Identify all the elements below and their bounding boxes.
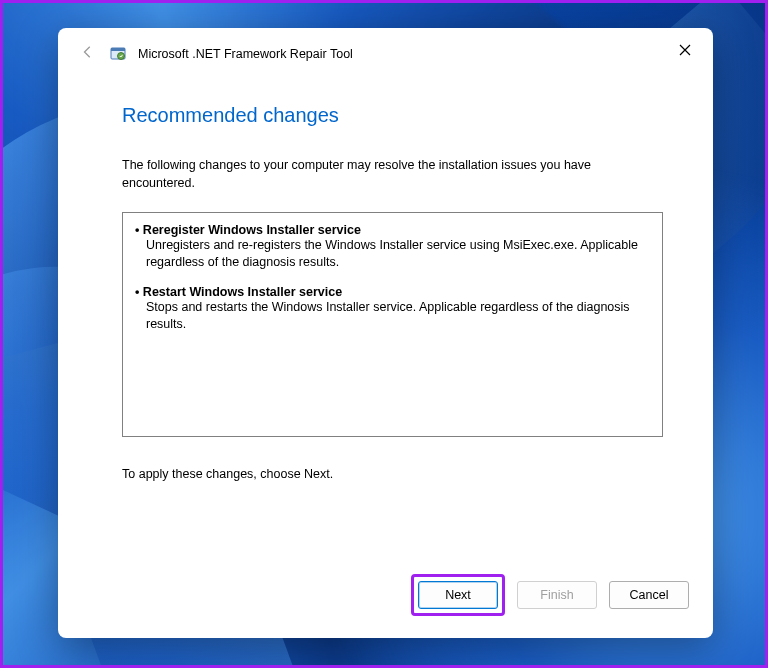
change-title: Restart Windows Installer service — [135, 285, 650, 299]
apply-hint: To apply these changes, choose Next. — [122, 467, 663, 481]
page-heading: Recommended changes — [122, 104, 663, 127]
change-title: Reregister Windows Installer service — [135, 223, 650, 237]
app-icon — [110, 46, 126, 62]
change-description: Unregisters and re-registers the Windows… — [135, 237, 650, 271]
app-title: Microsoft .NET Framework Repair Tool — [138, 47, 653, 61]
repair-tool-dialog: Microsoft .NET Framework Repair Tool Rec… — [58, 28, 713, 638]
changes-listbox[interactable]: Reregister Windows Installer service Unr… — [122, 212, 663, 437]
list-item: Restart Windows Installer service Stops … — [135, 285, 650, 333]
next-button[interactable]: Next — [418, 581, 498, 609]
close-button[interactable] — [665, 34, 705, 66]
finish-button: Finish — [517, 581, 597, 609]
change-description: Stops and restarts the Windows Installer… — [135, 299, 650, 333]
annotation-highlight: Next — [411, 574, 505, 616]
titlebar: Microsoft .NET Framework Repair Tool — [58, 28, 713, 74]
list-item: Reregister Windows Installer service Unr… — [135, 223, 650, 271]
button-row: Next Finish Cancel — [58, 556, 713, 638]
back-button — [78, 45, 98, 63]
cancel-button[interactable]: Cancel — [609, 581, 689, 609]
dialog-content: Recommended changes The following change… — [58, 74, 713, 556]
svg-rect-1 — [111, 48, 125, 51]
intro-text: The following changes to your computer m… — [122, 157, 663, 192]
